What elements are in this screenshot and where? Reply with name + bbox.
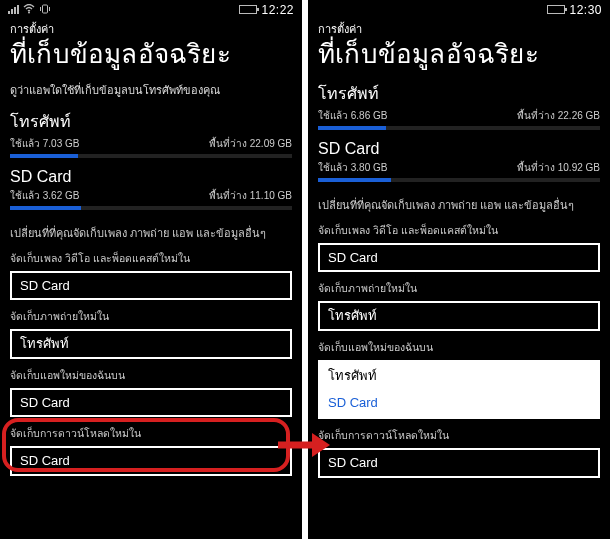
battery-icon <box>547 5 565 14</box>
group-label-photos: จัดเก็บภาพถ่ายใหม่ใน <box>318 280 600 297</box>
group-label-downloads: จัดเก็บการดาวน์โหลดใหม่ใน <box>318 427 600 444</box>
storage-name: SD Card <box>318 140 600 158</box>
page-title: ที่เก็บข้อมูลอัจฉริยะ <box>10 40 292 69</box>
storage-free: พื้นที่ว่าง 22.09 GB <box>209 136 292 151</box>
clock: 12:22 <box>261 3 294 17</box>
storage-bar-fill <box>318 178 391 182</box>
select-photo-store[interactable]: โทรศัพท์ <box>10 329 292 359</box>
svg-point-0 <box>28 11 30 13</box>
group-label-downloads: จัดเก็บการดาวน์โหลดใหม่ใน <box>10 425 292 442</box>
select-photo-store[interactable]: โทรศัพท์ <box>318 301 600 331</box>
group-label-apps: จัดเก็บแอพใหม่ของฉันบน <box>318 339 600 356</box>
signal-icon <box>8 5 19 14</box>
subhead: ดูว่าแอพใดใช้ที่เก็บข้อมูลบนโทรศัพท์ของค… <box>10 81 292 99</box>
storage-free: พื้นที่ว่าง 10.92 GB <box>517 160 600 175</box>
storage-bar <box>10 154 292 158</box>
storage-name: โทรศัพท์ <box>10 109 292 134</box>
select-music-store[interactable]: SD Card <box>318 243 600 273</box>
svg-rect-1 <box>43 5 48 13</box>
phone-right: 12:30 การตั้งค่า ที่เก็บข้อมูลอัจฉริยะ โ… <box>308 0 610 539</box>
group-label-apps: จัดเก็บแอพใหม่ของฉันบน <box>10 367 292 384</box>
storage-sdcard[interactable]: SD Card ใช้แล้ว 3.62 GB พื้นที่ว่าง 11.1… <box>10 168 292 210</box>
status-bar: 12:22 <box>0 0 302 18</box>
select-music-store[interactable]: SD Card <box>10 271 292 301</box>
storage-bar-fill <box>10 154 78 158</box>
breadcrumb: การตั้งค่า <box>318 20 600 38</box>
storage-free: พื้นที่ว่าง 22.26 GB <box>517 108 600 123</box>
option-phone[interactable]: โทรศัพท์ <box>320 362 598 390</box>
storage-phone[interactable]: โทรศัพท์ ใช้แล้ว 7.03 GB พื้นที่ว่าง 22.… <box>10 109 292 158</box>
storage-bar <box>318 126 600 130</box>
vibrate-icon <box>39 4 51 16</box>
storage-used: ใช้แล้ว 7.03 GB <box>10 136 79 151</box>
storage-used: ใช้แล้ว 3.62 GB <box>10 188 79 203</box>
phone-left: 12:22 การตั้งค่า ที่เก็บข้อมูลอัจฉริยะ ด… <box>0 0 302 539</box>
status-bar: 12:30 <box>308 0 610 18</box>
storage-phone[interactable]: โทรศัพท์ ใช้แล้ว 6.86 GB พื้นที่ว่าง 22.… <box>318 81 600 130</box>
storage-used: ใช้แล้ว 3.80 GB <box>318 160 387 175</box>
storage-name: SD Card <box>10 168 292 186</box>
section-label: เปลี่ยนที่ที่คุณจัดเก็บเพลง ภาพถ่าย แอพ … <box>318 196 600 214</box>
storage-bar <box>318 178 600 182</box>
select-app-store-open[interactable]: โทรศัพท์ SD Card <box>318 360 600 419</box>
breadcrumb: การตั้งค่า <box>10 20 292 38</box>
page-title: ที่เก็บข้อมูลอัจฉริยะ <box>318 40 600 69</box>
storage-bar-fill <box>318 126 386 130</box>
storage-bar <box>10 206 292 210</box>
group-label-music: จัดเก็บเพลง วิดีโอ และพ็อดแคสต์ใหม่ใน <box>10 250 292 267</box>
group-label-photos: จัดเก็บภาพถ่ายใหม่ใน <box>10 308 292 325</box>
select-app-store[interactable]: SD Card <box>10 388 292 418</box>
clock: 12:30 <box>569 3 602 17</box>
group-label-music: จัดเก็บเพลง วิดีโอ และพ็อดแคสต์ใหม่ใน <box>318 222 600 239</box>
wifi-icon <box>23 4 35 16</box>
storage-name: โทรศัพท์ <box>318 81 600 106</box>
select-download-store[interactable]: SD Card <box>318 448 600 478</box>
select-download-store[interactable]: SD Card <box>10 446 292 476</box>
battery-icon <box>239 5 257 14</box>
storage-bar-fill <box>10 206 81 210</box>
storage-free: พื้นที่ว่าง 11.10 GB <box>209 188 292 203</box>
section-label: เปลี่ยนที่ที่คุณจัดเก็บเพลง ภาพถ่าย แอพ … <box>10 224 292 242</box>
storage-sdcard[interactable]: SD Card ใช้แล้ว 3.80 GB พื้นที่ว่าง 10.9… <box>318 140 600 182</box>
option-sdcard[interactable]: SD Card <box>320 389 598 417</box>
storage-used: ใช้แล้ว 6.86 GB <box>318 108 387 123</box>
